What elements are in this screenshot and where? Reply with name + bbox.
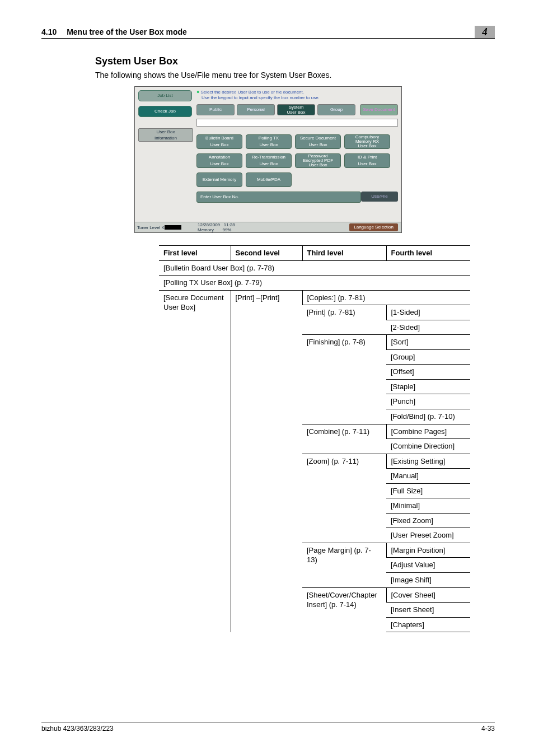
second-level-cell: [Print] –[Print] bbox=[231, 290, 302, 632]
tab-personal[interactable]: Personal bbox=[237, 104, 275, 115]
fourth-level-cell: [Adjust Value] bbox=[386, 558, 470, 573]
fourth-level-cell: [Staple] bbox=[386, 379, 470, 394]
table-header-row: First level Second level Third level Fou… bbox=[159, 246, 470, 261]
fourth-level-cell: [1-Sided] bbox=[386, 305, 470, 320]
fourth-level-cell: [User Preset Zoom] bbox=[386, 528, 470, 543]
secure-document-button[interactable]: Secure Document User Box bbox=[295, 134, 341, 149]
check-job-tab[interactable]: Check Job bbox=[138, 106, 192, 117]
retransmission-button[interactable]: Re-Transmission User Box bbox=[246, 153, 292, 168]
fourth-level-cell: [Margin Position] bbox=[386, 543, 470, 558]
tab-group[interactable]: Group bbox=[317, 104, 355, 115]
bulletin-board-button[interactable]: Bulletin Board User Box bbox=[196, 134, 242, 149]
col-first-level: First level bbox=[159, 246, 231, 261]
first-level-cell: [Secure Document User Box] bbox=[159, 290, 231, 632]
third-level-cell: [Sheet/Cover/Chapter Insert] (p. 7-14) bbox=[302, 587, 386, 632]
fourth-level-cell: [2-Sided] bbox=[386, 320, 470, 335]
bulletin-board-row: [Bulletin Board User Box] (p. 7-78) bbox=[159, 260, 470, 276]
hint-text: Select the desired User Box to use or fi… bbox=[196, 89, 398, 101]
third-level-cell: [Page Margin] (p. 7-13) bbox=[302, 543, 386, 587]
menu-tree-table: First level Second level Third level Fou… bbox=[159, 245, 470, 632]
third-level-cell: [Copies:] (p. 7-81) bbox=[302, 290, 470, 305]
id-print-button[interactable]: ID & Print User Box bbox=[344, 153, 390, 168]
polling-tx-button[interactable]: Polling TX User Box bbox=[246, 134, 292, 149]
external-memory-button[interactable]: External Memory bbox=[196, 172, 242, 187]
fourth-level-cell: [Minimal] bbox=[386, 498, 470, 514]
fourth-level-cell: [Punch] bbox=[386, 394, 470, 409]
fourth-level-cell: [Chapters] bbox=[386, 617, 470, 632]
fourth-level-cell: [Offset] bbox=[386, 365, 470, 380]
footer-model: bizhub 423/363/283/223 bbox=[41, 725, 114, 732]
enter-user-box-no[interactable]: Enter User Box No. bbox=[196, 192, 361, 203]
third-level-cell: [Zoom] (p. 7-11) bbox=[302, 454, 386, 543]
page-footer: bizhub 423/363/283/223 4-33 bbox=[41, 722, 495, 732]
col-second-level: Second level bbox=[231, 246, 302, 261]
fourth-level-cell: [Combine Pages] bbox=[386, 424, 470, 439]
tab-system-user-box[interactable]: System User Box bbox=[277, 104, 315, 115]
use-file-button[interactable]: Use/File bbox=[361, 192, 398, 202]
heading-system-user-box: System User Box bbox=[95, 55, 495, 67]
fourth-level-cell: [Cover Sheet] bbox=[386, 587, 470, 603]
section-title: Menu tree of the User Box mode bbox=[67, 27, 187, 36]
mobile-pda-button[interactable]: Mobile/PDA bbox=[246, 172, 292, 187]
fourth-level-cell: [Existing Setting] bbox=[386, 454, 470, 469]
fourth-level-cell: [Insert Sheet] bbox=[386, 603, 470, 618]
fourth-level-cell: [Full Size] bbox=[386, 483, 470, 498]
fourth-level-cell: [Fixed Zoom] bbox=[386, 513, 470, 528]
intro-text: The following shows the Use/File menu tr… bbox=[95, 71, 495, 80]
third-level-cell: [Print] (p. 7-81) bbox=[302, 305, 386, 335]
third-level-cell: [Combine] (p. 7-11) bbox=[302, 424, 386, 454]
footer-page-number: 4-33 bbox=[481, 725, 495, 732]
language-selection-button[interactable]: Language Selection bbox=[349, 223, 398, 231]
fourth-level-cell: [Combine Direction] bbox=[386, 439, 470, 454]
save-document-button[interactable]: Save Document bbox=[360, 104, 398, 115]
polling-tx-row: [Polling TX User Box] (p. 7-79) bbox=[159, 276, 470, 291]
section-number: 4.10 bbox=[41, 27, 57, 36]
device-screenshot: Job List Check Job User Box Information … bbox=[134, 86, 402, 233]
footer-datetime: 12/28/2009 11:28 Memory 99% bbox=[198, 222, 235, 232]
col-third-level: Third level bbox=[302, 246, 386, 261]
fourth-level-cell: [Manual] bbox=[386, 469, 470, 484]
password-pdf-button[interactable]: Password Encrypted PDF User Box bbox=[295, 153, 341, 168]
col-fourth-level: Fourth level bbox=[386, 246, 470, 261]
third-level-cell: [Finishing] (p. 7-8) bbox=[302, 335, 386, 424]
selection-field bbox=[196, 119, 398, 127]
fourth-level-cell: [Fold/Bind] (p. 7-10) bbox=[386, 409, 470, 424]
fourth-level-cell: [Group] bbox=[386, 349, 470, 365]
chapter-badge: 4 bbox=[475, 26, 495, 38]
toner-level: Toner Level K bbox=[137, 225, 193, 230]
user-box-info-button[interactable]: User Box Information bbox=[138, 128, 193, 142]
tab-public[interactable]: Public bbox=[196, 104, 235, 115]
page-header: 4.10 Menu tree of the User Box mode 4 bbox=[41, 26, 495, 39]
job-list-tab[interactable]: Job List bbox=[138, 90, 192, 101]
fourth-level-cell: [Image Shift] bbox=[386, 573, 470, 588]
compulsory-memory-button[interactable]: Compulsory Memory RX User Box bbox=[344, 134, 390, 149]
fourth-level-cell: [Sort] bbox=[386, 335, 470, 350]
annotation-button[interactable]: Annotation User Box bbox=[196, 153, 242, 168]
